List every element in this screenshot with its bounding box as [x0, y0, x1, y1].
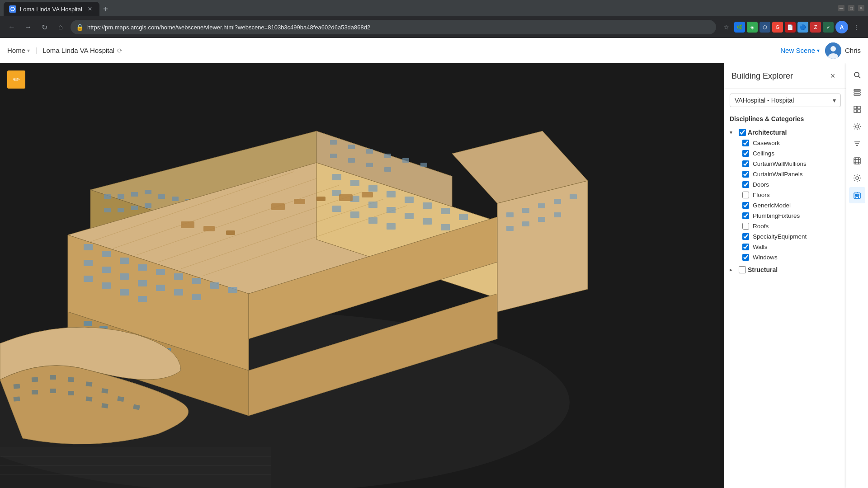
- category-items-architectural: Casework Ceilings CurtainWallMullions Cu…: [726, 138, 844, 263]
- close-window-btn[interactable]: ×: [858, 5, 864, 11]
- ext-icon-4[interactable]: G: [772, 22, 783, 33]
- item-checkbox-walls[interactable]: [742, 244, 749, 250]
- maximize-btn[interactable]: □: [848, 5, 854, 11]
- profile-icon[interactable]: A: [835, 21, 848, 33]
- ext-icon-8[interactable]: ✓: [823, 22, 834, 33]
- svg-rect-58: [102, 282, 111, 289]
- ext-icon-7[interactable]: Z: [810, 22, 821, 33]
- main-content: ✏ Building Explorer × VAHospital - Hospi…: [0, 63, 868, 488]
- home-link[interactable]: Home ▾: [7, 47, 30, 54]
- minimize-btn[interactable]: ─: [838, 5, 844, 11]
- edit-button[interactable]: ✏: [7, 70, 25, 89]
- item-checkbox-plumbingfixtures[interactable]: [742, 212, 749, 219]
- forward-button[interactable]: →: [22, 21, 34, 33]
- new-scene-button[interactable]: New Scene ▾: [780, 47, 820, 54]
- svg-rect-108: [101, 388, 108, 394]
- bookmark-button[interactable]: ☆: [720, 21, 732, 33]
- svg-rect-43: [120, 258, 129, 264]
- app-bar-left: Home ▾ | Loma Linda VA Hospital ⟳: [7, 47, 123, 55]
- ext-icon-3[interactable]: ⬡: [760, 22, 770, 33]
- ext-icon-1[interactable]: 🌿: [734, 22, 745, 33]
- item-checkbox-ceilings[interactable]: [742, 150, 749, 157]
- filter-icon[interactable]: [849, 136, 865, 152]
- reload-button[interactable]: ↻: [38, 21, 51, 33]
- layers-icon[interactable]: [849, 84, 865, 100]
- ext-icon-5[interactable]: 📄: [785, 22, 796, 33]
- svg-rect-26: [402, 158, 409, 163]
- home-button[interactable]: ⌂: [54, 21, 67, 33]
- separator: |: [35, 47, 37, 55]
- svg-rect-10: [104, 194, 111, 199]
- settings-icon[interactable]: [849, 170, 865, 186]
- user-section[interactable]: Chris: [825, 42, 861, 59]
- svg-rect-135: [858, 106, 860, 109]
- menu-button[interactable]: ⋮: [850, 21, 863, 33]
- item-checkbox-casework[interactable]: [742, 140, 749, 146]
- new-scene-label: New Scene: [780, 47, 815, 54]
- item-checkbox-genericmodel[interactable]: [742, 202, 749, 209]
- ext-icon-2[interactable]: ◈: [747, 22, 758, 33]
- item-checkbox-floors[interactable]: [742, 192, 749, 198]
- item-row-plumbingfixtures[interactable]: PlumbingFixtures: [739, 211, 844, 221]
- svg-rect-115: [86, 396, 93, 401]
- svg-rect-61: [332, 174, 341, 180]
- building-dropdown[interactable]: VAHospital - Hospital ▾: [730, 94, 841, 107]
- basemap-icon[interactable]: [849, 101, 865, 117]
- item-checkbox-specialtyequipment[interactable]: [742, 233, 749, 240]
- building-explorer-close[interactable]: ×: [826, 70, 839, 82]
- category-checkbox-architectural[interactable]: [739, 129, 746, 136]
- item-label-plumbingfixtures: PlumbingFixtures: [753, 212, 800, 219]
- category-header-architectural[interactable]: ▾ Architectural: [726, 127, 844, 138]
- item-checkbox-doors[interactable]: [742, 181, 749, 188]
- item-row-casework[interactable]: Casework: [739, 138, 844, 148]
- item-row-roofs[interactable]: Roofs: [739, 221, 844, 231]
- item-row-curtainwallpanels[interactable]: CurtainWallPanels: [739, 169, 844, 179]
- title-refresh-icon[interactable]: ⟳: [117, 47, 123, 54]
- svg-rect-122: [203, 226, 215, 231]
- back-button[interactable]: ←: [5, 21, 18, 33]
- svg-rect-111: [14, 396, 20, 401]
- category-checkbox-structural[interactable]: [739, 266, 746, 273]
- building-explorer-header: Building Explorer ×: [724, 63, 846, 89]
- category-header-structural[interactable]: ▸ Structural: [726, 264, 844, 275]
- item-checkbox-curtainwallpanels[interactable]: [742, 171, 749, 178]
- analysis-icon[interactable]: [849, 153, 865, 169]
- item-row-curtainwallmullions[interactable]: CurtainWallMullions: [739, 159, 844, 169]
- svg-rect-121: [181, 221, 194, 228]
- building-icon[interactable]: [849, 187, 865, 203]
- svg-rect-45: [156, 269, 165, 275]
- svg-rect-136: [854, 110, 857, 113]
- item-row-windows[interactable]: Windows: [739, 252, 844, 263]
- active-tab[interactable]: Loma Linda VA Hospital ×: [4, 2, 99, 16]
- svg-rect-64: [387, 191, 396, 197]
- tab-close-btn[interactable]: ×: [86, 5, 94, 13]
- svg-rect-31: [384, 167, 391, 172]
- svg-rect-51: [102, 267, 111, 273]
- svg-rect-99: [506, 226, 514, 231]
- svg-rect-79: [387, 223, 396, 230]
- new-tab-button[interactable]: +: [99, 2, 112, 16]
- item-checkbox-curtainwallmullions[interactable]: [742, 160, 749, 167]
- svg-line-144: [859, 129, 860, 130]
- item-row-doors[interactable]: Doors: [739, 179, 844, 190]
- svg-rect-50: [84, 260, 93, 266]
- sun-icon[interactable]: [849, 118, 865, 135]
- item-row-genericmodel[interactable]: GenericModel: [739, 200, 844, 211]
- svg-rect-56: [192, 294, 201, 300]
- svg-rect-116: [101, 403, 108, 408]
- search-icon[interactable]: [849, 67, 865, 83]
- item-checkbox-windows[interactable]: [742, 254, 749, 261]
- svg-rect-114: [68, 391, 74, 395]
- building-explorer-title: Building Explorer: [731, 71, 793, 81]
- item-checkbox-roofs[interactable]: [742, 223, 749, 230]
- item-row-specialtyequipment[interactable]: SpecialtyEquipment: [739, 231, 844, 242]
- item-row-floors[interactable]: Floors: [739, 190, 844, 200]
- address-bar[interactable]: 🔒 https://pm.maps.arcgis.com/home/websce…: [71, 20, 716, 34]
- item-row-ceilings[interactable]: Ceilings: [739, 148, 844, 159]
- ext-icon-6[interactable]: 🔵: [797, 22, 808, 33]
- categories-scroll-area[interactable]: ▾ Architectural Casework Ceilings Curtai…: [724, 126, 846, 488]
- svg-point-138: [856, 125, 859, 128]
- item-row-walls[interactable]: Walls: [739, 242, 844, 252]
- svg-rect-46: [174, 273, 183, 280]
- svg-rect-124: [271, 203, 285, 210]
